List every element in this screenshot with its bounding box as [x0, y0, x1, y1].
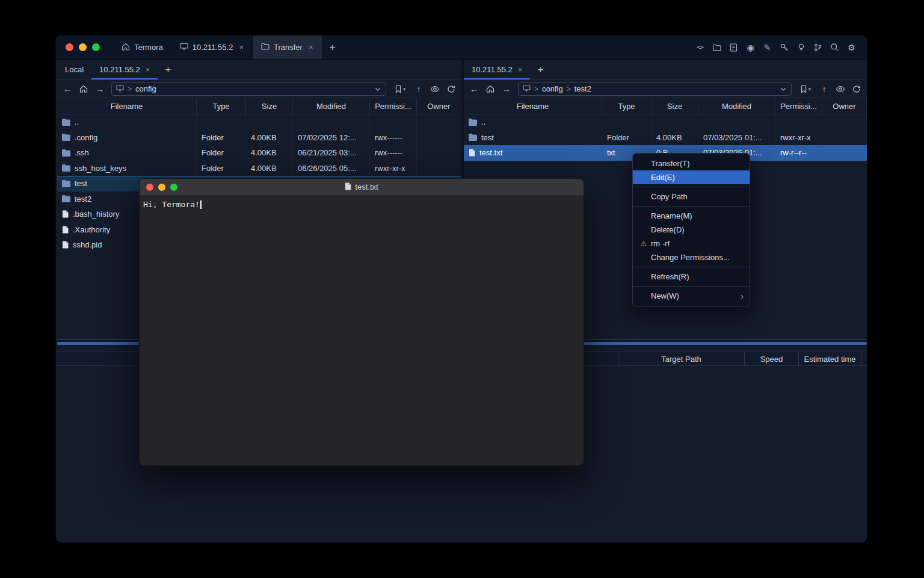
branch-icon[interactable]	[812, 42, 824, 53]
column-modified[interactable]: Modified	[293, 98, 370, 114]
record-icon[interactable]: ◉	[745, 42, 756, 53]
folder-icon	[469, 134, 477, 141]
file-permissions: rwxr-xr-x	[370, 161, 417, 176]
zoom-window-button[interactable]	[92, 43, 100, 51]
file-name: test2	[75, 194, 91, 204]
close-tab-icon[interactable]: ×	[309, 43, 313, 52]
column-filename[interactable]: Filename	[464, 98, 602, 114]
file-permissions: rw-r--r--	[775, 145, 822, 161]
submenu-arrow-icon: ›	[741, 291, 744, 301]
file-name: ssh_host_keys	[75, 164, 126, 173]
panel-tab-10-211-55-2[interactable]: 10.211.55.2×	[91, 60, 158, 79]
menu-item-edit-e[interactable]: Edit(E)	[633, 170, 750, 184]
settings-icon[interactable]: ⚙	[846, 42, 857, 53]
folder-icon[interactable]	[711, 42, 722, 53]
menu-item-change-permissions[interactable]: Change Permissions...	[633, 250, 750, 264]
file-type: Folder	[197, 161, 246, 176]
file-row-ssh[interactable]: .sshFolder4.00KB06/21/2025 03:...rwx----…	[57, 145, 461, 161]
file-owner	[822, 130, 867, 146]
bookmark-button[interactable]: ▾	[796, 82, 815, 96]
column-size[interactable]: Size	[651, 98, 698, 114]
menu-item-new-w[interactable]: New(W)›	[633, 289, 750, 303]
file-type: Folder	[197, 130, 246, 146]
bookmark-button[interactable]: ▾	[391, 82, 409, 96]
file-name: .config	[75, 133, 97, 142]
file-owner	[417, 114, 461, 130]
search-icon[interactable]	[829, 42, 840, 53]
file-row-item[interactable]: ..	[57, 114, 461, 130]
column-owner[interactable]: Owner	[417, 98, 461, 114]
titlebar-tab-10-211-55-2[interactable]: 10.211.55.2×	[171, 36, 252, 59]
log-icon[interactable]	[728, 42, 739, 53]
column-modified[interactable]: Modified	[698, 98, 775, 114]
close-tab-icon[interactable]: ×	[518, 65, 523, 74]
caret-down-icon: ▾	[403, 86, 406, 92]
menu-item-refresh-r[interactable]: Refresh(R)	[633, 270, 750, 284]
show-hidden-button[interactable]	[428, 82, 442, 96]
back-button[interactable]: ←	[467, 82, 481, 96]
file-row-item[interactable]: ..	[464, 114, 867, 130]
column-permissions[interactable]: Permissi...	[370, 98, 417, 114]
code-icon[interactable]: <>	[694, 42, 706, 53]
column-owner[interactable]: Owner	[822, 98, 867, 114]
text-caret	[200, 200, 202, 209]
column-type[interactable]: Type	[197, 98, 246, 114]
menu-item-rm-rf[interactable]: ⚠rm -rf	[633, 237, 750, 250]
close-tab-icon[interactable]: ×	[146, 65, 150, 74]
bulb-icon[interactable]	[795, 42, 807, 53]
editor-text: Hi, Termora!	[143, 200, 200, 209]
file-row-ssh-host-keys[interactable]: ssh_host_keysFolder4.00KB06/26/2025 05:.…	[57, 161, 461, 176]
file-row-test[interactable]: testFolder4.00KB07/03/2025 01:...rwxr-xr…	[464, 130, 867, 146]
breadcrumb-segment[interactable]: config	[135, 84, 156, 93]
folder-icon	[62, 180, 70, 187]
file-name: test	[481, 133, 494, 142]
panel-tab-local[interactable]: Local	[57, 60, 91, 79]
editor-content[interactable]: Hi, Termora!	[140, 196, 584, 213]
chevron-down-icon[interactable]	[374, 85, 381, 93]
forward-button[interactable]: →	[500, 82, 513, 96]
menu-item-copy-path[interactable]: Copy Path	[633, 190, 750, 204]
show-hidden-button[interactable]	[834, 82, 847, 96]
file-row-config[interactable]: .configFolder4.00KB07/02/2025 12:...rwx-…	[57, 130, 461, 146]
left-toolbar: ← → >config	[57, 80, 461, 98]
column-permissions[interactable]: Permissi...	[775, 98, 822, 114]
home-button[interactable]	[484, 82, 497, 96]
menu-item-label: New(W)	[651, 291, 679, 300]
parent-directory-button[interactable]: ↑	[412, 82, 425, 96]
breadcrumb-segment[interactable]: test2	[574, 84, 591, 93]
column-size[interactable]: Size	[246, 98, 293, 114]
path-bar[interactable]: >config	[111, 82, 386, 96]
new-tab-button[interactable]: +	[322, 36, 343, 59]
column-filename[interactable]: Filename	[57, 98, 197, 114]
close-tab-icon[interactable]: ×	[239, 43, 244, 52]
add-connection-button[interactable]: +	[530, 60, 550, 79]
refresh-button[interactable]	[445, 82, 458, 96]
panel-tab-10-211-55-2[interactable]: 10.211.55.2×	[464, 60, 530, 79]
file-name: .bash_history	[73, 210, 119, 219]
path-bar[interactable]: >config>test2	[518, 82, 792, 96]
home-button[interactable]	[77, 82, 90, 96]
chevron-down-icon[interactable]	[780, 85, 787, 93]
add-connection-button[interactable]: +	[158, 60, 178, 79]
minimize-window-button[interactable]	[79, 43, 87, 51]
parent-directory-button[interactable]: ↑	[818, 82, 831, 96]
file-permissions	[370, 114, 417, 130]
menu-item-delete-d[interactable]: Delete(D)	[633, 223, 750, 237]
close-window-button[interactable]	[66, 43, 73, 51]
tab-label: Termora	[134, 43, 163, 52]
menu-item-rename-m[interactable]: Rename(M)	[633, 209, 750, 223]
breadcrumb-segment[interactable]: config	[542, 84, 563, 93]
back-button[interactable]: ←	[61, 82, 74, 96]
titlebar-tab-transfer[interactable]: Transfer×	[252, 36, 322, 59]
editor-title-text: test.txt	[355, 182, 378, 191]
refresh-button[interactable]	[850, 82, 863, 96]
titlebar-tab-termora[interactable]: Termora	[113, 36, 171, 59]
menu-separator	[633, 267, 750, 267]
editor-titlebar[interactable]: test.txt	[140, 179, 584, 196]
pencil-icon[interactable]: ✎	[762, 42, 773, 53]
forward-button[interactable]: →	[93, 82, 106, 96]
file-permissions	[775, 114, 822, 130]
key-icon[interactable]	[778, 42, 790, 53]
menu-item-transfer-t[interactable]: Transfer(T)	[633, 157, 750, 170]
column-type[interactable]: Type	[602, 98, 651, 114]
